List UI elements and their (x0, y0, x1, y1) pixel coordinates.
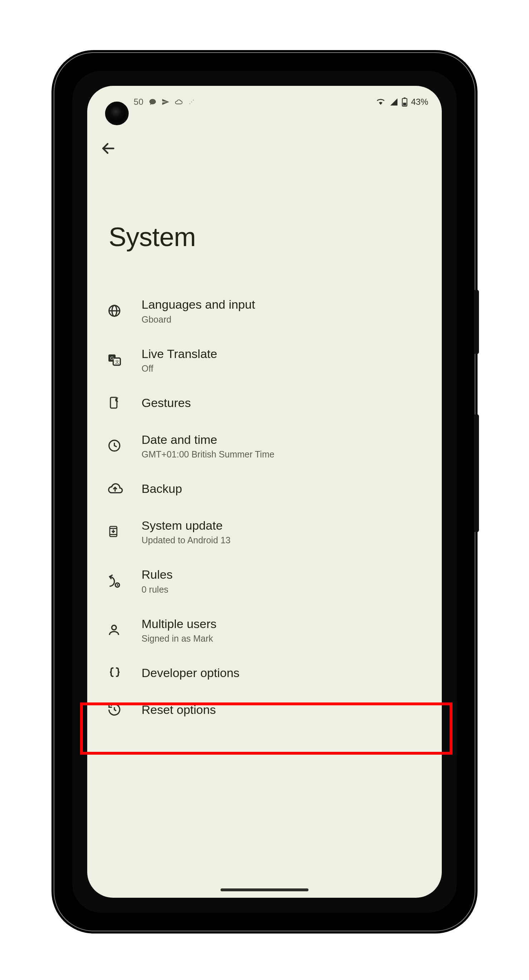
status-time: 50 (134, 97, 144, 107)
svg-point-0 (189, 103, 190, 105)
row-label: Rules (141, 567, 429, 582)
row-label: System update (141, 518, 429, 533)
row-rules[interactable]: Rules 0 rules (87, 556, 442, 606)
row-label: Date and time (141, 432, 429, 447)
users-icon (107, 623, 121, 636)
row-sub: Gboard (141, 314, 429, 325)
row-label: Live Translate (141, 346, 429, 361)
row-label: Backup (141, 481, 182, 496)
status-bar: 50 (87, 86, 442, 118)
arrow-left-icon (100, 140, 116, 156)
row-sub: Signed in as Mark (141, 633, 429, 644)
front-camera (105, 102, 129, 125)
battery-percent: 43% (411, 97, 428, 107)
update-icon (107, 524, 119, 539)
row-date-and-time[interactable]: Date and time GMT+01:00 British Summer T… (87, 421, 442, 471)
translate-icon: G文 (107, 353, 122, 367)
svg-point-1 (191, 102, 192, 103)
row-label: Developer options (141, 665, 240, 681)
battery-icon (402, 97, 407, 107)
screen: 50 (87, 86, 442, 898)
gesture-icon (107, 396, 120, 410)
row-label: Multiple users (141, 616, 429, 632)
phone-frame: 50 (54, 53, 475, 931)
wifi-icon (375, 98, 386, 106)
chat-icon (149, 98, 157, 106)
row-multiple-users[interactable]: Multiple users Signed in as Mark (87, 606, 442, 655)
row-languages-and-input[interactable]: Languages and input Gboard (87, 286, 442, 336)
svg-text:文: 文 (115, 360, 119, 364)
row-gestures[interactable]: Gestures (87, 385, 442, 421)
row-sub: GMT+01:00 British Summer Time (141, 449, 429, 460)
row-sub: Updated to Android 13 (141, 535, 429, 546)
svg-rect-5 (403, 103, 407, 105)
backup-icon (107, 481, 123, 496)
cell-signal-icon (389, 98, 398, 106)
rules-icon (107, 574, 122, 588)
back-button[interactable] (96, 136, 121, 161)
svg-rect-4 (404, 98, 405, 99)
power-button[interactable] (474, 290, 479, 354)
globe-icon (107, 304, 122, 318)
svg-point-16 (116, 400, 116, 401)
row-backup[interactable]: Backup (87, 470, 442, 507)
row-label: Languages and input (141, 297, 429, 312)
send-icon (162, 98, 169, 106)
row-sub: Off (141, 363, 429, 374)
svg-point-24 (112, 625, 116, 630)
svg-point-15 (116, 399, 116, 400)
clock-icon (107, 439, 122, 453)
row-system-update[interactable]: System update Updated to Android 13 (87, 507, 442, 557)
highlight-box (80, 702, 453, 755)
settings-list: Languages and input Gboard G文 Live Trans… (87, 286, 442, 728)
row-sub: 0 rules (141, 584, 429, 595)
svg-text:G: G (110, 356, 114, 361)
svg-point-2 (193, 100, 194, 101)
row-developer-options[interactable]: Developer options (87, 654, 442, 691)
page-title: System (109, 222, 196, 252)
volume-button[interactable] (474, 414, 479, 532)
nav-handle[interactable] (221, 888, 308, 891)
row-live-translate[interactable]: G文 Live Translate Off (87, 336, 442, 385)
cloud-icon (175, 98, 183, 106)
braces-icon (107, 666, 122, 680)
dots-icon (188, 99, 195, 105)
row-label: Gestures (141, 395, 191, 410)
